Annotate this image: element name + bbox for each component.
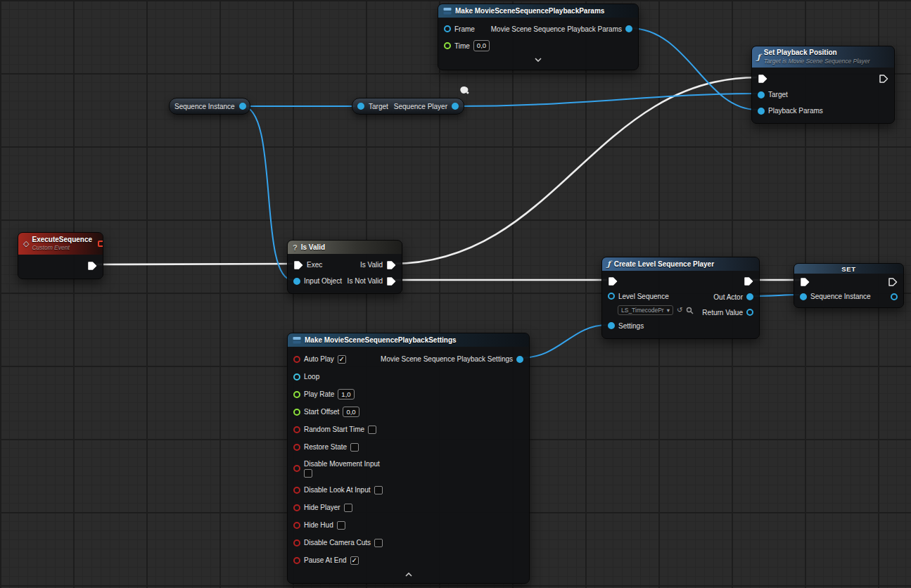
target-pin-label: Target xyxy=(768,91,788,98)
settings-pin-label: Settings xyxy=(618,322,644,330)
disable-look-at-input-pin[interactable] xyxy=(293,487,300,494)
blueprint-graph-canvas[interactable]: Make MovieSceneSequencePlaybackParams Fr… xyxy=(0,0,911,588)
sequence-instance-out-pin[interactable] xyxy=(891,293,898,300)
restore-state-checkbox[interactable] xyxy=(350,443,359,452)
hide-hud-pin[interactable] xyxy=(293,522,300,529)
node-sequence-instance-get[interactable]: Sequence Instance xyxy=(169,98,250,115)
asset-picker-dropdown[interactable]: LS_TimecodePr ▾ xyxy=(618,305,673,315)
disable-look-at-input-label: Disable Look At Input xyxy=(304,486,371,494)
auto-play-pin[interactable] xyxy=(293,356,300,363)
node-header[interactable]: ? Is Valid xyxy=(288,241,402,254)
wire-data-seqinstance-to-inputobject[interactable] xyxy=(242,106,293,280)
node-make-movie-scene-sequence-playback-settings[interactable]: Make MovieSceneSequencePlaybackSettings … xyxy=(287,333,530,584)
settings-pin[interactable] xyxy=(608,322,615,329)
node-header[interactable]: ◇ ExecuteSequence Custom Event xyxy=(18,233,103,255)
chevron-down-icon xyxy=(535,58,542,62)
exec-in-pin[interactable] xyxy=(800,277,810,287)
sequence-instance-out-pin[interactable] xyxy=(239,103,246,110)
settings-out-pin[interactable] xyxy=(516,356,523,363)
node-title: ExecuteSequence xyxy=(32,236,92,245)
wire-data-seqplayer-to-target[interactable] xyxy=(456,94,757,106)
node-title: Is Valid xyxy=(301,243,325,251)
chevron-down-icon: ▾ xyxy=(667,307,670,314)
node-create-level-sequence-player[interactable]: ƒ Create Level Sequence Player Level Seq… xyxy=(601,257,760,339)
start-offset-input[interactable]: 0,0 xyxy=(343,407,359,417)
hide-player-checkbox[interactable] xyxy=(344,504,352,512)
node-header[interactable]: SET xyxy=(794,264,903,274)
disable-movement-input-pin[interactable] xyxy=(293,465,300,472)
node-header[interactable]: ƒ Create Level Sequence Player xyxy=(602,257,759,271)
exec-out-pin[interactable] xyxy=(744,276,753,286)
node-title: Set Playback Position xyxy=(764,49,870,58)
exec-out-pin[interactable] xyxy=(888,277,898,287)
drag-cursor-icon xyxy=(459,85,470,98)
event-binding-badge-icon[interactable] xyxy=(98,241,103,247)
wire-exec-event-to-isvalid[interactable] xyxy=(94,264,293,264)
node-set-sequence-instance[interactable]: SET Sequence Instance xyxy=(794,263,904,308)
is-valid-pin-label: Is Valid xyxy=(360,261,383,269)
node-header[interactable]: ƒ Set Playback Position Target is Movie … xyxy=(752,46,894,68)
use-selected-asset-icon[interactable]: ↺ xyxy=(677,307,682,314)
hide-player-pin[interactable] xyxy=(293,504,300,511)
exec-in-pin[interactable] xyxy=(608,276,618,286)
pause-at-end-label: Pause At End xyxy=(304,556,347,564)
auto-play-checkbox[interactable] xyxy=(338,355,346,364)
start-offset-pin[interactable] xyxy=(293,409,300,416)
macro-question-icon: ? xyxy=(293,243,298,252)
exec-out-pin[interactable] xyxy=(879,74,888,84)
node-set-playback-position[interactable]: ƒ Set Playback Position Target is Movie … xyxy=(751,46,895,124)
exec-in-pin[interactable] xyxy=(293,260,303,270)
time-pin-label: Time xyxy=(454,42,470,50)
node-header[interactable]: Make MovieSceneSequencePlaybackSettings xyxy=(288,333,529,347)
wire-data-settings-to-create[interactable] xyxy=(521,325,607,358)
time-pin[interactable] xyxy=(444,42,451,49)
play-rate-input[interactable]: 1,0 xyxy=(338,389,354,400)
collapse-arrow[interactable] xyxy=(438,54,638,65)
pause-at-end-checkbox[interactable] xyxy=(350,556,359,565)
disable-look-at-input-checkbox[interactable] xyxy=(374,486,383,494)
play-rate-pin[interactable] xyxy=(293,391,300,398)
loop-pin[interactable] xyxy=(293,373,300,381)
level-sequence-pin-label: Level Sequence xyxy=(618,293,669,300)
out-actor-pin[interactable] xyxy=(746,293,753,300)
node-header[interactable]: Make MovieSceneSequencePlaybackParams xyxy=(438,4,638,18)
node-title: Create Level Sequence Player xyxy=(614,260,714,268)
target-pin[interactable] xyxy=(758,91,765,98)
collapse-arrow[interactable] xyxy=(288,569,529,580)
node-title: SET xyxy=(841,265,855,273)
restore-state-pin[interactable] xyxy=(293,444,300,451)
sequence-player-out-pin[interactable] xyxy=(452,103,459,110)
asset-picker-value: LS_TimecodePr xyxy=(621,307,664,314)
loop-label: Loop xyxy=(304,373,319,381)
random-start-time-checkbox[interactable] xyxy=(368,426,376,434)
is-valid-exec-out-pin[interactable] xyxy=(386,260,396,270)
sequence-instance-in-pin[interactable] xyxy=(800,293,807,300)
disable-camera-cuts-checkbox[interactable] xyxy=(374,539,383,547)
level-sequence-pin[interactable] xyxy=(608,293,615,300)
input-object-pin[interactable] xyxy=(293,278,300,285)
is-not-valid-pin-label: Is Not Valid xyxy=(348,277,383,285)
random-start-time-pin[interactable] xyxy=(293,426,300,433)
params-out-pin[interactable] xyxy=(625,25,632,32)
node-execute-sequence-event[interactable]: ◇ ExecuteSequence Custom Event xyxy=(18,232,103,279)
return-value-pin[interactable] xyxy=(746,309,753,316)
exec-out-pin[interactable] xyxy=(87,261,97,271)
pause-at-end-pin[interactable] xyxy=(293,557,300,564)
disable-camera-cuts-pin[interactable] xyxy=(293,539,300,547)
disable-movement-input-label: Disable Movement Input xyxy=(304,460,380,468)
node-make-movie-scene-sequence-playback-params[interactable]: Make MovieSceneSequencePlaybackParams Fr… xyxy=(438,4,639,70)
target-in-pin[interactable] xyxy=(357,103,364,110)
node-sequence-player-get[interactable]: Target Sequence Player xyxy=(352,98,464,115)
node-title: Make MovieSceneSequencePlaybackParams xyxy=(455,7,604,15)
time-value-input[interactable]: 0,0 xyxy=(473,40,490,51)
exec-in-pin[interactable] xyxy=(758,74,767,84)
disable-movement-input-checkbox[interactable] xyxy=(304,469,312,478)
node-is-valid[interactable]: ? Is Valid Exec Is Valid Input Object xyxy=(287,240,402,294)
browse-asset-icon[interactable] xyxy=(686,307,694,314)
frame-pin[interactable] xyxy=(444,25,451,32)
hide-player-label: Hide Player xyxy=(304,504,340,511)
is-not-valid-exec-out-pin[interactable] xyxy=(386,276,396,286)
exec-pin-label: Exec xyxy=(307,261,322,269)
playback-params-pin[interactable] xyxy=(758,108,765,115)
hide-hud-checkbox[interactable] xyxy=(337,521,345,530)
